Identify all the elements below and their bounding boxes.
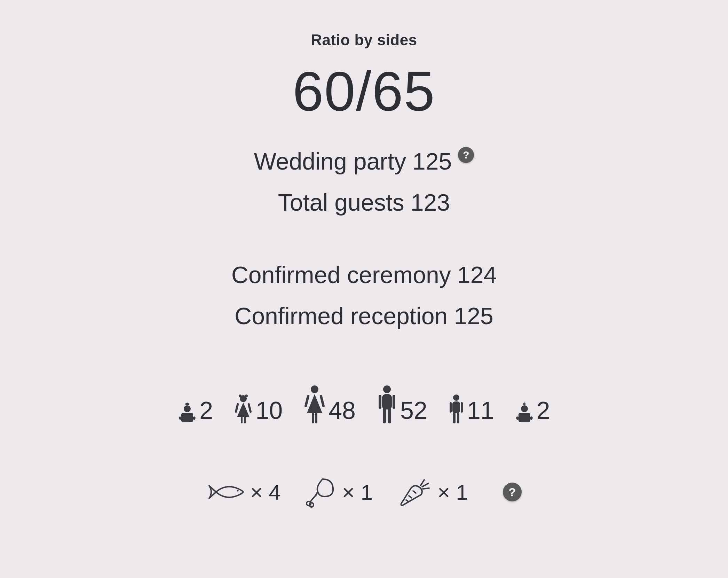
svg-line-35: [422, 483, 428, 487]
svg-rect-7: [247, 403, 252, 413]
stats-panel: Ratio by sides 60/65 Wedding party 125 ?…: [0, 0, 728, 578]
svg-rect-15: [379, 395, 381, 409]
svg-rect-24: [457, 412, 459, 423]
help-icon[interactable]: ?: [503, 483, 522, 501]
veg-meal-group: × 1: [397, 476, 468, 508]
man-group: 52: [377, 385, 427, 424]
svg-rect-10: [315, 412, 317, 423]
svg-rect-16: [393, 395, 395, 409]
total-guests-label: Total guests: [278, 189, 404, 216]
woman-group: 48: [303, 385, 356, 424]
svg-rect-22: [461, 402, 463, 413]
wedding-party-row: Wedding party 125 ?: [0, 148, 728, 175]
people-breakdown-row: 2 10: [0, 385, 728, 424]
help-icon[interactable]: ?: [458, 147, 474, 163]
meat-count: × 1: [342, 480, 373, 505]
confirmed-ceremony-value: 124: [457, 261, 497, 288]
svg-rect-12: [319, 395, 325, 407]
svg-line-31: [413, 491, 416, 493]
total-guests-row: Total guests 123: [0, 189, 728, 216]
svg-point-8: [311, 385, 318, 393]
svg-line-28: [310, 494, 316, 502]
svg-rect-23: [453, 412, 456, 423]
wedding-party-value: 125: [412, 148, 452, 175]
man-icon: [377, 385, 397, 424]
svg-rect-5: [244, 416, 246, 423]
svg-rect-4: [241, 416, 243, 423]
man-count: 52: [400, 398, 427, 424]
svg-point-0: [184, 405, 191, 412]
svg-rect-14: [382, 394, 392, 409]
svg-rect-6: [235, 403, 239, 413]
svg-point-13: [383, 385, 391, 393]
girl-count: 10: [255, 398, 283, 424]
svg-line-34: [421, 480, 424, 485]
fish-meal-group: × 4: [206, 480, 281, 505]
svg-point-26: [521, 405, 528, 412]
meat-meal-group: × 1: [305, 476, 373, 508]
baby-boy-group: 2: [515, 398, 550, 424]
girl-icon: [234, 394, 253, 424]
woman-icon: [303, 385, 326, 424]
section-title: Ratio by sides: [0, 31, 728, 49]
confirmed-ceremony-row: Confirmed ceremony 124: [0, 261, 728, 288]
confirmed-ceremony-label: Confirmed ceremony: [231, 261, 451, 288]
svg-rect-25: [523, 403, 525, 405]
svg-point-3: [245, 395, 248, 397]
svg-rect-9: [312, 412, 314, 423]
svg-rect-18: [388, 408, 391, 423]
svg-line-33: [406, 500, 408, 501]
girl-group: 10: [234, 394, 283, 424]
baby-girl-count: 2: [199, 398, 213, 424]
svg-line-32: [409, 496, 412, 498]
confirmed-reception-label: Confirmed reception: [235, 302, 448, 329]
carrot-icon: [397, 476, 432, 508]
meals-row: × 4 × 1: [0, 476, 728, 508]
boy-count: 11: [467, 398, 494, 424]
svg-rect-20: [452, 401, 460, 413]
baby-girl-icon: [178, 403, 197, 424]
svg-point-27: [237, 490, 239, 492]
confirmed-reception-value: 125: [454, 302, 493, 329]
boy-group: 11: [448, 394, 494, 424]
woman-count: 48: [329, 398, 356, 424]
baby-boy-count: 2: [537, 398, 550, 424]
svg-rect-11: [304, 395, 310, 407]
svg-rect-17: [383, 408, 386, 423]
fish-icon: [206, 482, 245, 502]
wedding-party-label: Wedding party: [254, 148, 406, 175]
ratio-value: 60/65: [0, 59, 728, 123]
boy-icon: [448, 394, 464, 424]
confirmed-reception-row: Confirmed reception 125: [0, 302, 728, 329]
svg-rect-21: [450, 402, 452, 413]
fish-count: × 4: [250, 480, 281, 505]
svg-point-19: [453, 395, 459, 401]
svg-line-36: [423, 488, 429, 489]
total-guests-value: 123: [411, 189, 450, 216]
baby-boy-icon: [515, 403, 534, 424]
meat-icon: [305, 476, 337, 508]
svg-point-30: [309, 503, 314, 507]
baby-girl-group: 2: [178, 398, 213, 424]
svg-point-2: [239, 395, 242, 397]
veg-count: × 1: [437, 480, 468, 505]
